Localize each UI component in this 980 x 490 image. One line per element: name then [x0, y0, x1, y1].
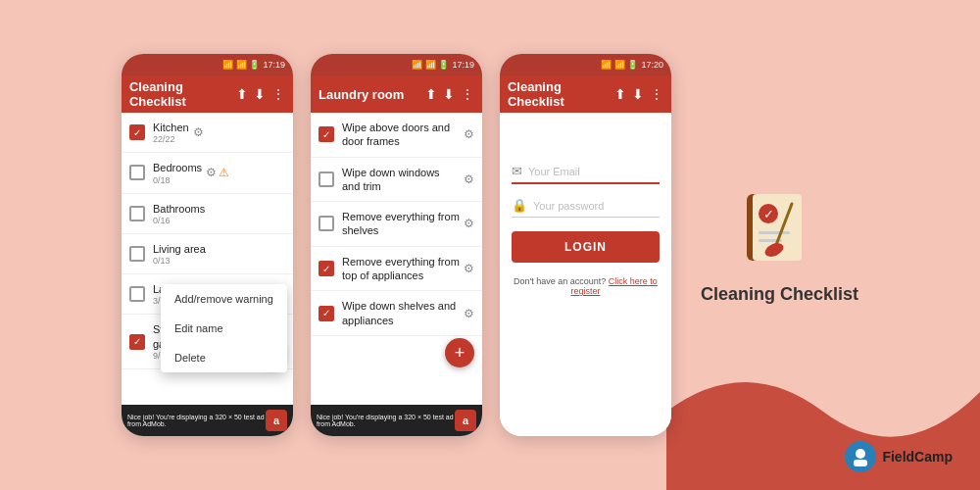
email-input-row[interactable]: ✉ — [512, 164, 660, 184]
list-item-wipe-shelves[interactable]: Wipe down shelves and appliances ⚙ — [311, 291, 482, 336]
download-icon-3[interactable]: ⬇ — [632, 86, 644, 102]
list-item-remove-appliances[interactable]: Remove everything from top of appliances… — [311, 247, 482, 292]
download-icon-2[interactable]: ⬇ — [443, 86, 455, 102]
item-label-wipe-windows: Wipe down windows and trim — [342, 166, 460, 194]
app-bar-2: Laundry room ⬆ ⬇ ⋮ — [311, 75, 482, 113]
gear-icon-wipe-windows[interactable]: ⚙ — [464, 172, 474, 186]
more-icon-1[interactable]: ⋮ — [271, 86, 285, 102]
list-item-living[interactable]: Living area 0/13 — [122, 234, 293, 274]
status-time-2: 17:19 — [452, 60, 474, 70]
gear-icon-kitchen[interactable]: ⚙ — [193, 125, 204, 139]
branding-title: Cleaning Checklist — [701, 284, 858, 305]
app-bar-icons-1: ⬆ ⬇ ⋮ — [236, 86, 285, 102]
login-button[interactable]: LOGIN — [512, 231, 660, 263]
checkbox-remove-appliances[interactable] — [318, 261, 334, 276]
status-bar-3: 📶 📶 🔋 17:20 — [500, 54, 671, 75]
app-bar-3: Cleaning Checklist ⬆ ⬇ ⋮ — [500, 75, 671, 113]
checkbox-laundry[interactable] — [129, 286, 145, 302]
item-sub-bathrooms: 0/16 — [153, 216, 205, 225]
item-label-wipe-above: Wipe above doors and door frames — [342, 121, 460, 149]
svg-rect-4 — [759, 231, 790, 234]
status-bar-1: 📶 📶 🔋 17:19 — [122, 54, 293, 75]
checkbox-kitchen[interactable] — [129, 124, 145, 140]
phone-3: 📶 📶 🔋 17:20 Cleaning Checklist ⬆ ⬇ ⋮ ✉ 🔒 — [500, 54, 671, 436]
app-title-3: Cleaning Checklist — [508, 79, 614, 109]
ad-bar-1: Nice job! You're displaying a 320 × 50 t… — [122, 405, 293, 436]
list-item-wipe-above[interactable]: Wipe above doors and door frames ⚙ — [311, 113, 482, 158]
fieldcamp-icon — [845, 441, 876, 472]
more-icon-2[interactable]: ⋮ — [461, 86, 474, 102]
app-logo: ✓ — [735, 186, 823, 274]
context-add-remove-warning[interactable]: Add/remove warning — [161, 284, 287, 314]
main-container: 📶 📶 🔋 17:19 Cleaning Checklist ⬆ ⬇ ⋮ Kit… — [122, 54, 858, 436]
gear-icon-wipe-above[interactable]: ⚙ — [464, 127, 474, 141]
fieldcamp-label: FieldCamp — [882, 449, 953, 465]
app-title-1: Cleaning Checklist — [129, 79, 236, 109]
no-account-label: Don't have an account? — [514, 276, 606, 286]
svg-text:✓: ✓ — [763, 207, 774, 221]
checkbox-bedrooms[interactable] — [129, 165, 145, 180]
list-item-bedrooms[interactable]: Bedrooms 0/18 ⚙ ⚠ — [122, 153, 293, 193]
ad-logo-1: a — [266, 410, 287, 431]
status-time-3: 17:20 — [641, 60, 663, 70]
checkbox-bathrooms[interactable] — [129, 206, 145, 221]
app-bar-1: Cleaning Checklist ⬆ ⬇ ⋮ — [122, 75, 293, 113]
ad-bar-2: Nice job! You're displaying a 320 × 50 t… — [311, 405, 482, 436]
lock-icon: 🔒 — [512, 198, 527, 213]
gear-icon-remove-shelves[interactable]: ⚙ — [464, 217, 474, 230]
item-label-living: Living area — [153, 242, 206, 256]
download-icon-1[interactable]: ⬇ — [254, 86, 266, 102]
password-input-row[interactable]: 🔒 — [512, 198, 660, 218]
upload-icon-2[interactable]: ⬆ — [425, 86, 437, 102]
list-item-bathrooms[interactable]: Bathrooms 0/16 — [122, 194, 293, 234]
upload-icon-3[interactable]: ⬆ — [614, 86, 626, 102]
item-sub-bedrooms: 0/18 — [153, 175, 202, 185]
app-bar-icons-3: ⬆ ⬇ ⋮ — [614, 86, 663, 102]
svg-point-8 — [856, 449, 865, 459]
checkbox-remove-shelves[interactable] — [318, 216, 334, 231]
more-icon-3[interactable]: ⋮ — [650, 86, 663, 102]
checkbox-living[interactable] — [129, 246, 145, 262]
checkbox-wipe-shelves[interactable] — [318, 306, 334, 321]
ad-text-1: Nice job! You're displaying a 320 × 50 t… — [127, 414, 266, 427]
status-icons-3: 📶 📶 🔋 — [601, 60, 638, 70]
gear-icon-remove-appliances[interactable]: ⚙ — [464, 262, 474, 275]
list-item-wipe-windows[interactable]: Wipe down windows and trim ⚙ — [311, 158, 482, 203]
ad-text-2: Nice job! You're displaying a 320 × 50 t… — [317, 414, 455, 427]
app-title-2: Laundry room — [318, 87, 425, 102]
item-label-kitchen: Kitchen — [153, 121, 189, 134]
svg-rect-9 — [854, 460, 867, 466]
gear-icon-wipe-shelves[interactable]: ⚙ — [464, 307, 474, 320]
email-icon: ✉ — [512, 164, 522, 178]
phone-2: 📶 📶 🔋 17:19 Laundry room ⬆ ⬇ ⋮ Wipe abov… — [311, 54, 482, 436]
item-label-bathrooms: Bathrooms — [153, 202, 205, 216]
phone-content-1: Kitchen 22/22 ⚙ Bedrooms 0/18 ⚙ ⚠ Bathro… — [122, 113, 293, 405]
upload-icon-1[interactable]: ⬆ — [236, 86, 248, 102]
email-field[interactable] — [528, 166, 660, 177]
password-field[interactable] — [533, 200, 660, 212]
phone-login-content: ✉ 🔒 LOGIN Don't have an account? Click h… — [500, 113, 671, 436]
phone-content-2: Wipe above doors and door frames ⚙ Wipe … — [311, 113, 482, 405]
context-menu: Add/remove warning Edit name Delete — [161, 284, 287, 372]
gear-icon-bedrooms[interactable]: ⚙ — [206, 166, 217, 179]
app-bar-icons-2: ⬆ ⬇ ⋮ — [425, 86, 474, 102]
item-label-wipe-shelves: Wipe down shelves and appliances — [342, 299, 460, 327]
status-icons-2: 📶 📶 🔋 — [412, 60, 449, 70]
checkbox-wipe-above[interactable] — [318, 126, 334, 142]
fab-2[interactable]: + — [445, 338, 474, 368]
context-edit-name[interactable]: Edit name — [161, 314, 287, 343]
login-form: ✉ 🔒 LOGIN Don't have an account? Click h… — [500, 113, 671, 314]
checkbox-storage[interactable] — [129, 334, 145, 350]
status-icons-1: 📶 📶 🔋 — [222, 60, 260, 70]
status-time-1: 17:19 — [263, 60, 285, 70]
phone-1: 📶 📶 🔋 17:19 Cleaning Checklist ⬆ ⬇ ⋮ Kit… — [122, 54, 293, 436]
item-sub-kitchen: 22/22 — [153, 134, 189, 144]
fieldcamp-badge: FieldCamp — [845, 441, 953, 472]
warning-icon-bedrooms: ⚠ — [219, 166, 229, 179]
list-item-remove-shelves[interactable]: Remove everything from shelves ⚙ — [311, 202, 482, 247]
context-delete[interactable]: Delete — [161, 343, 287, 372]
item-label-bedrooms: Bedrooms — [153, 161, 202, 174]
checkbox-wipe-windows[interactable] — [318, 172, 334, 187]
branding-section: ✓ Cleaning Checklist — [701, 186, 858, 305]
list-item-kitchen[interactable]: Kitchen 22/22 ⚙ — [122, 113, 293, 153]
